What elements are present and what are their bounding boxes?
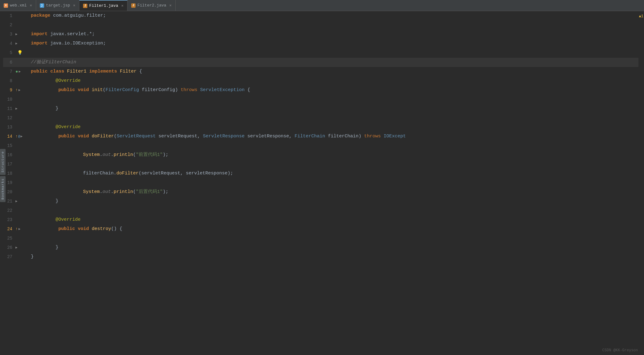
line-9: 9 ↑ ▶ public void init(FilterConfig filt… xyxy=(3,86,638,95)
tab-filter1-java-label: Filter1.java xyxy=(89,3,118,8)
line-25-content xyxy=(31,234,638,243)
fold-icon-11: ▶ xyxy=(15,104,18,113)
tab-web-xml-label: web.xml xyxy=(10,3,27,8)
line-5-content xyxy=(31,48,638,57)
line-13: 13 @Override xyxy=(3,123,638,132)
line-9-content: public void init(FilterConfig filterConf… xyxy=(31,86,638,95)
tab-filter1-java-close[interactable]: ✕ xyxy=(121,3,123,8)
gutter-11: ▶ xyxy=(15,104,31,113)
fold-end-21: ▶ xyxy=(15,197,18,206)
gutter-4: ▶ xyxy=(15,39,31,48)
tab-target-jsp-close[interactable]: ✕ xyxy=(73,3,75,8)
editor-container: x web.xml ✕ j target.jsp ✕ J Filter1.jav… xyxy=(0,0,644,355)
bookmarks-tab[interactable]: Bookmarks xyxy=(0,176,6,202)
tab-bar: x web.xml ✕ j target.jsp ✕ J Filter1.jav… xyxy=(0,0,644,11)
run-icon-7[interactable]: ● xyxy=(15,67,18,76)
xml-icon: x xyxy=(4,3,8,8)
line-21: 21 ▶ } xyxy=(3,197,638,206)
tab-target-jsp-label: target.jsp xyxy=(46,3,70,8)
warning-icon-14: ↑ xyxy=(15,132,18,141)
line-17-content xyxy=(31,160,638,169)
line-23-content: @Override xyxy=(31,215,638,224)
watermark: CSDN @KK-Greyson xyxy=(602,348,638,353)
tab-target-jsp[interactable]: j target.jsp ✕ xyxy=(36,0,79,11)
line-5: 5 💡 xyxy=(3,48,638,58)
line-11: 11 ▶ } xyxy=(3,104,638,113)
gutter-26: ▶ xyxy=(15,243,31,252)
line-8: 8 @Override xyxy=(3,76,638,86)
line-15-content xyxy=(31,141,638,150)
tab-web-xml-close[interactable]: ✕ xyxy=(30,3,32,8)
right-gutter: ▲1 xyxy=(638,11,644,355)
line-10: 10 xyxy=(3,95,638,104)
line-2: 2 xyxy=(3,20,638,30)
code-editor[interactable]: 1 package com.atguigu.filter; 2 3 ▶ i xyxy=(0,11,638,355)
line-22-content xyxy=(31,206,638,215)
line-12: 12 xyxy=(3,113,638,123)
tab-filter2-java-close[interactable]: ✕ xyxy=(169,3,172,8)
jsp-icon: j xyxy=(40,3,44,8)
line-26-content: } xyxy=(31,243,638,252)
line-11-content: } xyxy=(31,104,638,113)
gutter-5: 💡 xyxy=(15,48,31,58)
line-12-content xyxy=(31,113,638,123)
line-25: 25 xyxy=(3,234,638,243)
fold-icon-14[interactable]: ▶ xyxy=(20,132,23,141)
line-3: 3 ▶ import javax.servlet.*; xyxy=(3,30,638,39)
line-6-content: //验证FilterChain xyxy=(31,58,638,67)
structure-tab[interactable]: Structure xyxy=(0,149,6,175)
tab-filter2-java-label: Filter2.java xyxy=(137,3,166,8)
gutter-3: ▶ xyxy=(15,30,31,39)
line-24: 24 ↑ ▶ public void destroy() { xyxy=(3,224,638,234)
line-21-content: } xyxy=(31,197,638,206)
line-18-content: filterChain.doFilter(servletRequest, ser… xyxy=(31,169,638,178)
line-17: 17 xyxy=(3,160,638,169)
line-26: 26 ▶ } xyxy=(3,243,638,252)
fold-icon-3[interactable]: ▶ xyxy=(15,30,18,39)
editor-main: Structure Bookmarks 1 package com.atguig… xyxy=(0,11,644,355)
line-2-content xyxy=(31,20,638,30)
line-24-content: public void destroy() { xyxy=(31,224,638,234)
java-icon-filter2: J xyxy=(131,3,136,8)
gutter-24: ↑ ▶ xyxy=(15,224,31,234)
warning-icon-9: ↑ xyxy=(15,86,18,95)
line-1-content: package com.atguigu.filter; xyxy=(31,11,638,20)
line-18: 18 filterChain.doFilter(servletRequest, … xyxy=(3,169,638,178)
at-icon-14: @ xyxy=(18,132,20,141)
line-4-content: import java.io.IOException; xyxy=(31,39,638,48)
line-15: 15 xyxy=(3,141,638,150)
fold-icon-9[interactable]: ▶ xyxy=(19,86,21,95)
line-13-content: @Override xyxy=(31,123,638,132)
line-1: 1 package com.atguigu.filter; xyxy=(3,11,638,20)
line-14: 14 ↑ @ ▶ public void doFilter(ServletReq… xyxy=(3,132,638,141)
tab-web-xml[interactable]: x web.xml ✕ xyxy=(0,0,36,11)
gutter-14: ↑ @ ▶ xyxy=(15,132,31,141)
line-6: 6 //验证FilterChain xyxy=(3,58,638,67)
tab-filter2-java[interactable]: J Filter2.java ✕ xyxy=(128,0,176,11)
fold-icon-7[interactable]: ▶ xyxy=(19,67,21,76)
gutter-7: ● ▶ xyxy=(15,67,31,76)
line-20-content: System.out.println("后置代码1"); xyxy=(31,187,638,197)
line-19-content xyxy=(31,178,638,187)
fold-icon-24[interactable]: ▶ xyxy=(19,224,21,234)
fold-end-26: ▶ xyxy=(15,243,18,252)
line-7-content: public class Filter1 implements Filter { xyxy=(31,67,638,76)
line-16-content: System.out.println("前置代码1"); xyxy=(31,150,638,160)
fold-icon-4: ▶ xyxy=(15,39,18,48)
gutter-21: ▶ xyxy=(15,197,31,206)
line-7: 7 ● ▶ public class Filter1 implements Fi… xyxy=(3,67,638,76)
java-icon-filter1: J xyxy=(83,4,87,8)
line-27-content: } xyxy=(31,252,638,261)
side-tabs-container: Structure Bookmarks xyxy=(0,149,6,203)
line-22: 22 xyxy=(3,206,638,215)
line-4: 4 ▶ import java.io.IOException; xyxy=(3,39,638,48)
line-10-content xyxy=(31,95,638,104)
tab-filter1-java[interactable]: J Filter1.java ✕ xyxy=(79,0,128,11)
line-8-content: @Override xyxy=(31,76,638,86)
gutter-9: ↑ ▶ xyxy=(15,86,31,95)
warning-icon-24: ↑ xyxy=(15,224,18,234)
line-23: 23 @Override xyxy=(3,215,638,224)
line-27: 27 } xyxy=(3,252,638,261)
bulb-icon-5[interactable]: 💡 xyxy=(17,50,23,55)
line-3-content: import javax.servlet.*; xyxy=(31,30,638,39)
